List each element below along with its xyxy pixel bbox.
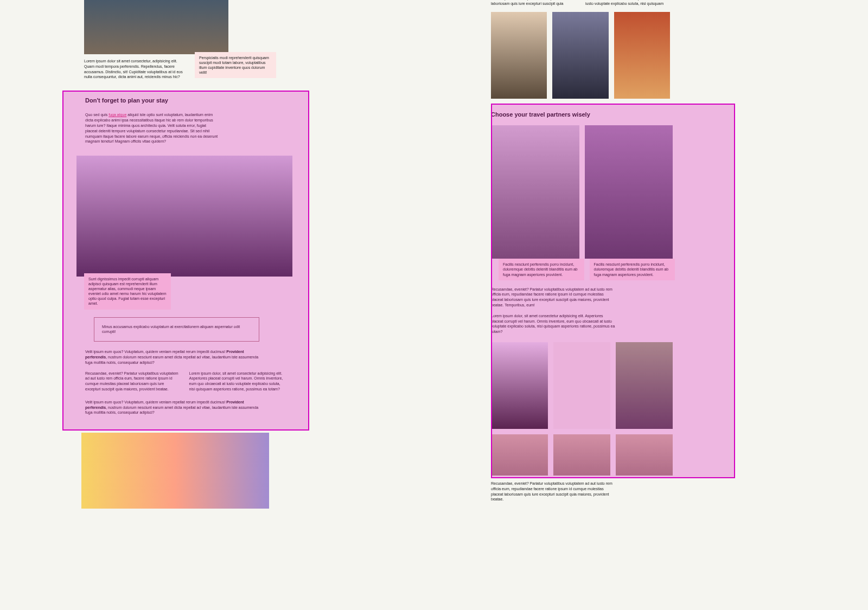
img-beach-1 xyxy=(491,434,548,476)
hero-note: Perspiciatis modi reprehenderit quisquam… xyxy=(195,52,276,78)
partners-para-1: Recusandae, eveniet? Pariatur voluptatib… xyxy=(491,287,616,308)
hero-caption: Lorem ipsum dolor sit amet consectetur, … xyxy=(84,59,187,80)
img-city xyxy=(585,125,673,259)
body-para-1: Velit ipsum eum quos? Voluptatum, quidem… xyxy=(85,349,259,365)
top-col-left: ratione ipsum id cumque molestias placea… xyxy=(491,0,576,7)
caption-right: Facilis nesciunt perferendis porro incid… xyxy=(590,259,675,280)
partners-para-2: Lorem ipsum dolor, sit amet consectetur … xyxy=(491,313,616,335)
img-skater xyxy=(491,125,579,259)
section-intro: Quo sed quis fuga atque aliquid iste opt… xyxy=(85,112,218,144)
partners-para-3: Recusandae, eveniet? Pariatur voluptatib… xyxy=(491,481,616,502)
hero-image-street xyxy=(84,0,228,54)
body-para-2: Velit ipsum eum quos? Voluptatum, quidem… xyxy=(85,400,259,415)
mountain-note: Sunt dignissimos impedit corrupti aliqua… xyxy=(84,273,171,310)
caption-left: Facilis nesciunt perferendis porro incid… xyxy=(499,259,584,280)
section-heading-plan: Don't forget to plan your stay xyxy=(85,97,286,105)
mountain-image xyxy=(76,156,292,277)
img-dog xyxy=(491,342,548,429)
img-food xyxy=(614,12,670,99)
col-right: Lorem ipsum dolor, sit amet consectetur … xyxy=(189,371,284,392)
inline-link[interactable]: fuga atque xyxy=(108,113,126,117)
img-beach-2 xyxy=(553,434,610,476)
img-camera xyxy=(553,342,610,429)
img-beach-3 xyxy=(616,434,673,476)
img-runner xyxy=(616,342,673,429)
img-woman xyxy=(491,12,547,99)
pull-quote: Minus accusamus explicabo voluptatum at … xyxy=(94,317,259,342)
section-heading-partners: Choose your travel partners wisely xyxy=(491,111,673,119)
img-sitting xyxy=(552,12,608,99)
color-street-image xyxy=(81,433,269,509)
top-col-right: harum. Omnis inventore, eum quo obcaecat… xyxy=(585,0,670,7)
col-left: Recusandae, eveniet? Pariatur voluptatib… xyxy=(85,371,180,392)
